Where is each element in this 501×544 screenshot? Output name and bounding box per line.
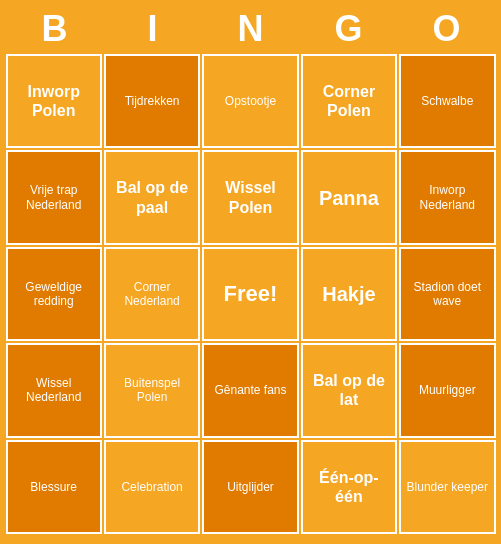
bingo-grid: Inworp PolenTijdrekkenOpstootjeCorner Po… bbox=[6, 54, 496, 534]
grid-cell-20[interactable]: Blessure bbox=[6, 440, 102, 534]
grid-cell-22[interactable]: Uitglijder bbox=[202, 440, 298, 534]
grid-cell-7[interactable]: Wissel Polen bbox=[202, 150, 298, 244]
grid-cell-9[interactable]: Inworp Nederland bbox=[399, 150, 495, 244]
grid-cell-5[interactable]: Vrije trap Nederland bbox=[6, 150, 102, 244]
bingo-header: B I N G O bbox=[6, 0, 496, 54]
grid-cell-0[interactable]: Inworp Polen bbox=[6, 54, 102, 148]
grid-cell-4[interactable]: Schwalbe bbox=[399, 54, 495, 148]
grid-cell-23[interactable]: Één-op-één bbox=[301, 440, 397, 534]
grid-cell-19[interactable]: Muurligger bbox=[399, 343, 495, 437]
letter-g: G bbox=[304, 8, 394, 50]
grid-cell-11[interactable]: Corner Nederland bbox=[104, 247, 200, 341]
grid-cell-1[interactable]: Tijdrekken bbox=[104, 54, 200, 148]
letter-b: B bbox=[10, 8, 100, 50]
grid-cell-12[interactable]: Free! bbox=[202, 247, 298, 341]
grid-cell-8[interactable]: Panna bbox=[301, 150, 397, 244]
letter-i: I bbox=[108, 8, 198, 50]
letter-o: O bbox=[402, 8, 492, 50]
grid-cell-15[interactable]: Wissel Nederland bbox=[6, 343, 102, 437]
grid-cell-24[interactable]: Blunder keeper bbox=[399, 440, 495, 534]
grid-cell-21[interactable]: Celebration bbox=[104, 440, 200, 534]
grid-cell-18[interactable]: Bal op de lat bbox=[301, 343, 397, 437]
grid-cell-6[interactable]: Bal op de paal bbox=[104, 150, 200, 244]
grid-cell-3[interactable]: Corner Polen bbox=[301, 54, 397, 148]
grid-cell-17[interactable]: Gênante fans bbox=[202, 343, 298, 437]
grid-cell-10[interactable]: Geweldige redding bbox=[6, 247, 102, 341]
letter-n: N bbox=[206, 8, 296, 50]
grid-cell-16[interactable]: Buitenspel Polen bbox=[104, 343, 200, 437]
grid-cell-2[interactable]: Opstootje bbox=[202, 54, 298, 148]
grid-cell-14[interactable]: Stadion doet wave bbox=[399, 247, 495, 341]
grid-cell-13[interactable]: Hakje bbox=[301, 247, 397, 341]
